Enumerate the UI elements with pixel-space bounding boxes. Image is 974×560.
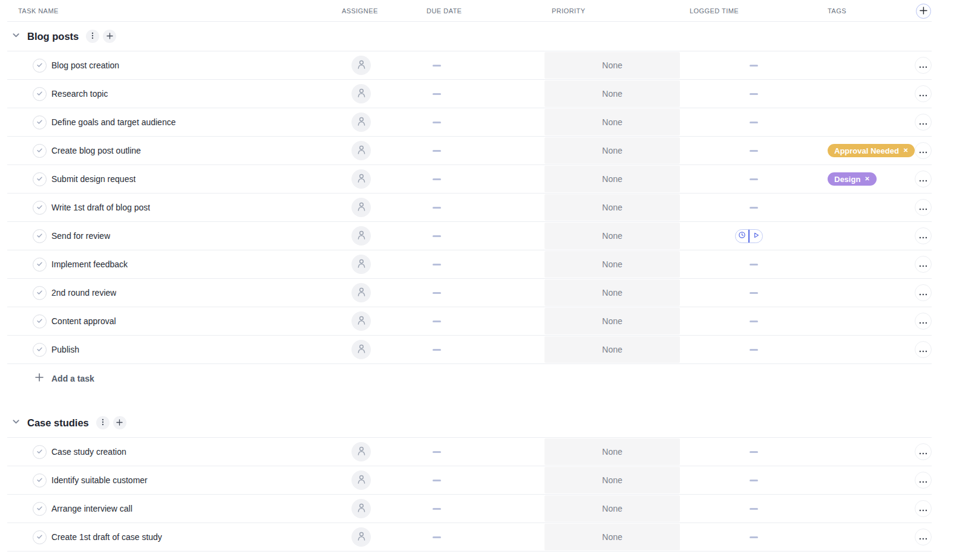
logged-time-cell[interactable]: [680, 165, 828, 193]
due-date-cell[interactable]: [427, 222, 544, 250]
priority-cell[interactable]: None: [544, 194, 680, 221]
priority-cell[interactable]: None: [544, 438, 680, 465]
task-name[interactable]: Write 1st draft of blog post: [51, 203, 150, 212]
task-checkbox[interactable]: [33, 59, 47, 73]
task-menu-button[interactable]: [915, 171, 932, 187]
group-menu-button[interactable]: [86, 30, 99, 43]
priority-cell[interactable]: None: [544, 223, 680, 249]
task-checkbox[interactable]: [33, 201, 47, 215]
task-checkbox[interactable]: [33, 314, 47, 328]
group-collapse-button[interactable]: [10, 417, 22, 429]
group-collapse-button[interactable]: [10, 30, 22, 42]
task-name[interactable]: Arrange interview call: [51, 504, 132, 513]
task-name[interactable]: Create 1st draft of case study: [51, 532, 162, 542]
assignee-avatar[interactable]: [351, 499, 371, 518]
due-date-cell[interactable]: [427, 165, 544, 193]
priority-cell[interactable]: None: [544, 52, 680, 79]
task-menu-button[interactable]: [915, 142, 932, 159]
task-name[interactable]: Research topic: [51, 89, 108, 99]
priority-cell[interactable]: None: [544, 137, 680, 164]
task-menu-button[interactable]: [915, 529, 932, 545]
due-date-cell[interactable]: [427, 108, 544, 136]
task-name[interactable]: Content approval: [51, 316, 116, 326]
task-menu-button[interactable]: [915, 341, 932, 358]
due-date-cell[interactable]: [427, 194, 544, 221]
column-header-logged-time[interactable]: LOGGED TIME: [680, 7, 828, 15]
task-menu-button[interactable]: [915, 114, 932, 131]
task-checkbox[interactable]: [33, 116, 47, 129]
task-name[interactable]: Implement feedback: [51, 259, 128, 269]
logged-time-cell[interactable]: [680, 495, 828, 523]
column-header-priority[interactable]: PRIORITY: [544, 7, 680, 15]
assignee-avatar[interactable]: [351, 255, 371, 274]
due-date-cell[interactable]: [427, 438, 544, 466]
task-menu-button[interactable]: [915, 472, 932, 489]
task-checkbox[interactable]: [33, 172, 47, 186]
due-date-cell[interactable]: [427, 523, 544, 551]
task-name[interactable]: Blog post creation: [51, 60, 119, 70]
tag-pill[interactable]: Design✕: [828, 172, 877, 186]
due-date-cell[interactable]: [427, 80, 544, 108]
logged-time-cell[interactable]: [680, 222, 828, 250]
task-checkbox[interactable]: [33, 530, 47, 544]
assignee-avatar[interactable]: [351, 470, 371, 490]
logged-time-cell[interactable]: [680, 108, 828, 136]
task-checkbox[interactable]: [33, 258, 47, 272]
logged-time-cell[interactable]: [680, 137, 828, 164]
priority-cell[interactable]: None: [544, 524, 680, 550]
due-date-cell[interactable]: [427, 307, 544, 335]
assignee-avatar[interactable]: [351, 84, 371, 103]
task-menu-button[interactable]: [915, 57, 932, 74]
logged-time-cell[interactable]: [680, 523, 828, 551]
logged-time-cell[interactable]: [680, 466, 828, 494]
assignee-avatar[interactable]: [351, 283, 371, 302]
due-date-cell[interactable]: [427, 137, 544, 164]
priority-cell[interactable]: None: [544, 279, 680, 306]
priority-cell[interactable]: None: [544, 166, 680, 192]
task-checkbox[interactable]: [33, 343, 47, 357]
task-name[interactable]: Send for review: [51, 231, 110, 241]
assignee-avatar[interactable]: [351, 311, 371, 331]
task-name[interactable]: Case study creation: [51, 447, 126, 457]
group-add-task-button[interactable]: [103, 30, 116, 43]
task-name[interactable]: Identify suitable customer: [51, 475, 148, 485]
priority-cell[interactable]: None: [544, 308, 680, 334]
logged-time-cell[interactable]: [680, 194, 828, 221]
priority-cell[interactable]: None: [544, 109, 680, 135]
assignee-avatar[interactable]: [351, 198, 371, 217]
task-checkbox[interactable]: [33, 445, 47, 459]
column-header-task-name[interactable]: TASK NAME: [7, 7, 342, 15]
task-checkbox[interactable]: [33, 502, 47, 516]
due-date-cell[interactable]: [427, 51, 544, 79]
task-menu-button[interactable]: [915, 199, 932, 216]
task-name[interactable]: Define goals and target audience: [51, 117, 175, 127]
timer-play-button[interactable]: [750, 230, 762, 243]
column-header-assignee[interactable]: ASSIGNEE: [342, 7, 427, 15]
timer-clock-button[interactable]: [736, 230, 748, 243]
logged-time-cell[interactable]: [680, 51, 828, 79]
tag-pill[interactable]: Approval Needed✕: [828, 144, 915, 157]
priority-cell[interactable]: None: [544, 495, 680, 522]
logged-time-cell[interactable]: [680, 336, 828, 363]
logged-time-cell[interactable]: [680, 279, 828, 307]
task-checkbox[interactable]: [33, 229, 47, 243]
assignee-avatar[interactable]: [351, 169, 371, 189]
task-menu-button[interactable]: [915, 443, 932, 460]
assignee-avatar[interactable]: [351, 112, 371, 132]
task-menu-button[interactable]: [915, 256, 932, 273]
due-date-cell[interactable]: [427, 466, 544, 494]
task-menu-button[interactable]: [915, 284, 932, 301]
priority-cell[interactable]: None: [544, 467, 680, 493]
due-date-cell[interactable]: [427, 336, 544, 363]
priority-cell[interactable]: None: [544, 336, 680, 363]
task-checkbox[interactable]: [33, 144, 47, 158]
task-checkbox[interactable]: [33, 286, 47, 300]
group-add-task-button[interactable]: [113, 416, 126, 429]
assignee-avatar[interactable]: [351, 226, 371, 246]
logged-time-cell[interactable]: [680, 438, 828, 466]
task-menu-button[interactable]: [915, 227, 932, 244]
task-checkbox[interactable]: [33, 87, 47, 101]
assignee-avatar[interactable]: [351, 527, 371, 547]
task-menu-button[interactable]: [915, 313, 932, 330]
task-name[interactable]: Submit design request: [51, 174, 136, 184]
